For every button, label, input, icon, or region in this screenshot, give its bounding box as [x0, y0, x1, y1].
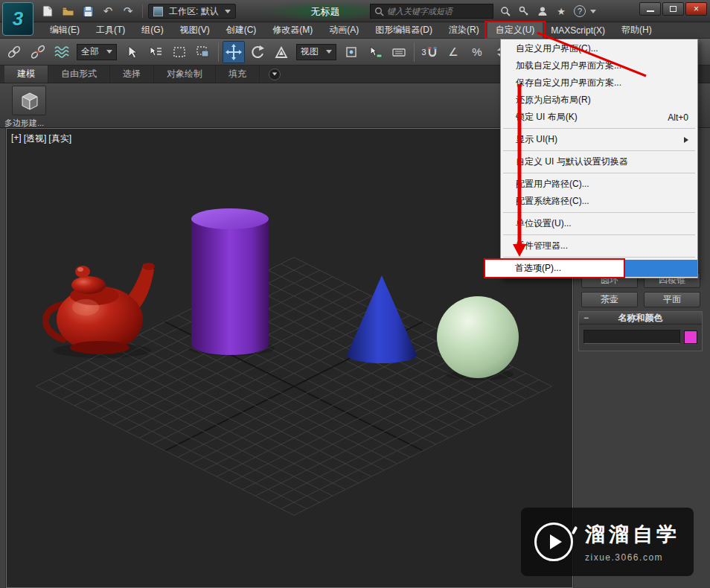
help-chevron-icon[interactable]	[590, 10, 596, 13]
menu-create[interactable]: 创建(C)	[218, 22, 265, 38]
unlink-selection-button[interactable]	[27, 41, 49, 63]
maximize-button[interactable]	[662, 2, 684, 16]
sign-in-button[interactable]	[516, 3, 532, 19]
select-and-manipulate-button[interactable]	[364, 41, 386, 63]
sphere-object[interactable]	[437, 296, 519, 378]
menu-item-revert-startup-layout[interactable]: 还原为启动布局(R)	[501, 92, 697, 109]
customize-dropdown-menu: 自定义用户界面(C)... 加载自定义用户界面方案... 保存自定义用户界面方案…	[500, 39, 698, 278]
angle-snap-button[interactable]: ∠	[442, 41, 464, 63]
window-crossing-button[interactable]	[192, 41, 214, 63]
save-floppy-icon	[83, 6, 94, 17]
ribbon-tab-selection[interactable]: 选择	[110, 65, 154, 83]
menu-item-units-setup[interactable]: 单位设置(U)...	[501, 215, 697, 232]
menu-item-show-ui[interactable]: 显示 UI(H)	[501, 131, 697, 148]
cone-object[interactable]	[347, 275, 417, 363]
selection-filter-dropdown[interactable]: 全部	[77, 44, 117, 60]
titlebar-separator	[142, 4, 143, 18]
menu-item-load-ui-scheme[interactable]: 加载自定义用户界面方案...	[501, 57, 697, 74]
menu-tools[interactable]: 工具(T)	[88, 22, 133, 38]
magnifier-icon	[500, 6, 511, 16]
ribbon-tab-object-paint[interactable]: 对象绘制	[154, 65, 216, 83]
polygon-modeling-panel: 多边形建...	[4, 85, 64, 127]
selection-filter-value: 全部	[81, 45, 99, 58]
menu-customize[interactable]: 自定义(U)	[487, 22, 543, 38]
coordinate-system-value: 视图	[301, 45, 319, 58]
menu-item-plugin-manager[interactable]: 插件管理器...	[501, 237, 697, 255]
minimize-button[interactable]	[639, 2, 661, 16]
rollout-header[interactable]: − 名称和颜色	[579, 312, 702, 325]
search-input[interactable]	[387, 7, 489, 16]
menu-item-save-ui-scheme[interactable]: 保存自定义用户界面方案...	[501, 74, 697, 92]
play-circle-icon	[534, 523, 573, 561]
communication-button[interactable]	[534, 3, 551, 19]
percent-snap-button[interactable]: %	[466, 41, 488, 63]
ribbon-tab-freeform[interactable]: 自由形式	[48, 65, 110, 83]
menu-item-ui-default-switcher[interactable]: 自定义 UI 与默认设置切换器	[501, 153, 697, 170]
menu-help[interactable]: 帮助(H)	[613, 22, 660, 38]
rollout-title: 名称和颜色	[579, 312, 702, 325]
menu-item-configure-user-paths[interactable]: 配置用户路径(C)...	[501, 176, 697, 193]
viewport-menu-plus[interactable]: [+]	[11, 132, 22, 145]
chevron-down-icon	[326, 50, 332, 54]
titlebar-icons: ★ ?	[497, 3, 596, 19]
space-warp-icon	[54, 44, 70, 60]
plane-button[interactable]: 平面	[644, 292, 700, 307]
selection-region-button[interactable]	[168, 41, 191, 63]
menu-animation[interactable]: 动画(A)	[321, 22, 367, 38]
new-file-button[interactable]	[39, 3, 57, 19]
select-by-name-button[interactable]	[144, 41, 167, 63]
3dsmax-logo[interactable]: 3	[2, 2, 33, 36]
viewport-3d-scene[interactable]	[7, 129, 572, 587]
user-icon	[537, 6, 548, 16]
magnet-icon	[427, 46, 438, 58]
undo-button[interactable]: ↶	[99, 3, 117, 19]
teapot-object[interactable]	[45, 263, 155, 354]
undo-icon: ↶	[103, 4, 113, 18]
search-button[interactable]	[497, 3, 514, 19]
select-and-rotate-button[interactable]	[246, 41, 269, 63]
ribbon-tab-populate[interactable]: 填充	[216, 65, 260, 83]
reference-coordinate-dropdown[interactable]: 视图	[296, 44, 336, 60]
select-and-scale-button[interactable]	[270, 41, 292, 63]
menu-item-label: 锁定 UI 布局(K)	[516, 111, 578, 124]
menu-edit[interactable]: 编辑(E)	[42, 22, 88, 38]
object-color-swatch[interactable]	[684, 330, 697, 344]
select-object-button[interactable]	[121, 41, 143, 63]
open-file-button[interactable]	[59, 3, 77, 19]
ribbon-collapse-button[interactable]	[269, 68, 281, 80]
menu-item-customize-ui[interactable]: 自定义用户界面(C)...	[501, 40, 697, 57]
menu-item-configure-system-paths[interactable]: 配置系统路径(C)...	[501, 193, 697, 210]
polygon-modeling-button[interactable]	[12, 86, 46, 115]
ribbon-tab-modeling[interactable]: 建模	[4, 65, 48, 83]
close-button[interactable]: ×	[685, 2, 707, 16]
select-and-link-button[interactable]	[3, 41, 25, 63]
keyboard-override-button[interactable]	[388, 41, 410, 63]
bind-to-space-warp-button[interactable]	[51, 41, 73, 63]
cylinder-object[interactable]	[191, 208, 269, 355]
menu-group[interactable]: 组(G)	[133, 22, 171, 38]
viewport-menu-view[interactable]: [透视]	[24, 132, 47, 145]
save-file-button[interactable]	[79, 3, 97, 19]
titlebar: ↶ ↷ 工作区: 默认 无标题 ★ ?	[0, 0, 710, 22]
menu-graph-editors[interactable]: 图形编辑器(D)	[367, 22, 441, 38]
help-button[interactable]: ?	[572, 3, 588, 19]
redo-button[interactable]: ↷	[119, 3, 137, 19]
select-and-move-button[interactable]	[223, 41, 245, 63]
use-pivot-center-button[interactable]	[340, 41, 362, 63]
menu-maxscript[interactable]: MAXScript(X)	[543, 22, 613, 38]
menu-item-shortcut: Alt+0	[668, 112, 688, 123]
viewport-menu-shading[interactable]: [真实]	[48, 132, 71, 145]
menu-item-lock-ui-layout[interactable]: 锁定 UI 布局(K) Alt+0	[501, 109, 697, 126]
favorites-button[interactable]: ★	[553, 3, 569, 19]
menu-item-label: 配置用户路径(C)...	[516, 178, 589, 191]
object-name-input[interactable]	[583, 330, 680, 344]
menu-modifiers[interactable]: 修改器(M)	[264, 22, 321, 38]
maximize-icon	[670, 6, 677, 12]
cube-icon	[18, 89, 40, 112]
perspective-viewport[interactable]: [+] [透视] [真实]	[6, 128, 573, 588]
teapot-button[interactable]: 茶壶	[581, 292, 638, 307]
snap-toggle-3d-button[interactable]: 3	[418, 41, 441, 63]
menu-rendering[interactable]: 渲染(R)	[441, 22, 487, 38]
workspace-dropdown[interactable]: 工作区: 默认	[148, 4, 236, 19]
menu-views[interactable]: 视图(V)	[172, 22, 218, 38]
